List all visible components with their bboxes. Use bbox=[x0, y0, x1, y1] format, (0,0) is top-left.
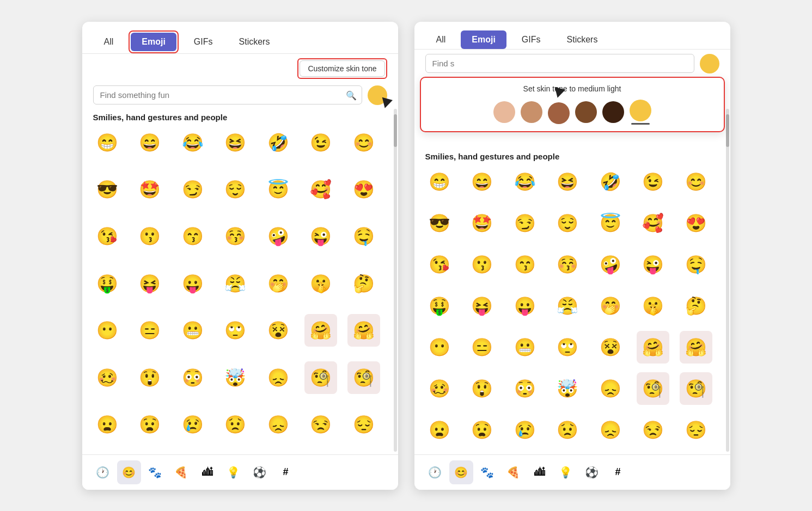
list-item[interactable]: 🤩 bbox=[466, 207, 498, 239]
right-skin-light[interactable] bbox=[493, 101, 515, 123]
list-item[interactable]: 😏 bbox=[176, 173, 209, 206]
list-item[interactable]: 😁 bbox=[91, 126, 124, 159]
list-item[interactable]: 😑 bbox=[466, 331, 498, 364]
list-item[interactable]: 😦 bbox=[423, 414, 456, 446]
list-item[interactable]: 😳 bbox=[176, 361, 209, 394]
list-item[interactable]: 😦 bbox=[91, 408, 124, 441]
list-item[interactable]: 😶 bbox=[423, 331, 456, 364]
left-tab-emoji[interactable]: Emoji bbox=[131, 33, 176, 51]
left-bottom-travel[interactable]: 🏙 bbox=[196, 460, 219, 484]
right-bottom-animals[interactable]: 🐾 bbox=[475, 460, 499, 484]
left-scrollbar-thumb[interactable] bbox=[394, 114, 397, 147]
list-item[interactable]: 😉 bbox=[637, 165, 669, 198]
list-item[interactable]: 🤔 bbox=[680, 290, 712, 322]
left-bottom-food[interactable]: 🍕 bbox=[169, 460, 193, 484]
list-item[interactable]: 😊 bbox=[347, 126, 380, 159]
list-item[interactable]: 🥰 bbox=[637, 207, 669, 239]
list-item[interactable]: 😘 bbox=[91, 220, 124, 253]
list-item[interactable]: 😲 bbox=[466, 372, 498, 405]
list-item[interactable]: 😉 bbox=[304, 126, 337, 159]
list-item[interactable]: 😲 bbox=[133, 361, 166, 394]
right-skin-dark[interactable] bbox=[602, 101, 624, 123]
list-item[interactable]: 🥴 bbox=[423, 372, 456, 405]
list-item[interactable]: 😂 bbox=[509, 165, 541, 198]
list-item[interactable]: 😎 bbox=[91, 173, 124, 206]
right-tab-all[interactable]: All bbox=[425, 30, 457, 49]
left-bottom-emoji[interactable]: 😊 bbox=[117, 460, 141, 484]
left-bottom-animals[interactable]: 🐾 bbox=[143, 460, 167, 484]
left-bottom-clock[interactable]: 🕐 bbox=[91, 460, 115, 484]
list-item[interactable]: 😝 bbox=[133, 267, 166, 300]
list-item[interactable]: 🤪 bbox=[594, 248, 627, 281]
list-item[interactable]: 😗 bbox=[466, 248, 498, 281]
right-skin-tone-btn[interactable] bbox=[700, 54, 719, 73]
list-item[interactable]: 😇 bbox=[594, 207, 627, 239]
list-item[interactable]: 😜 bbox=[304, 220, 337, 253]
list-item[interactable]: 🤫 bbox=[304, 267, 337, 300]
right-search-input[interactable] bbox=[425, 54, 694, 73]
list-item[interactable]: 🤣 bbox=[262, 126, 295, 159]
right-bottom-objects[interactable]: 💡 bbox=[554, 460, 578, 484]
list-item[interactable]: 😜 bbox=[637, 248, 669, 281]
list-item[interactable]: 😘 bbox=[423, 248, 456, 281]
list-item[interactable]: 😌 bbox=[551, 207, 584, 239]
list-item[interactable]: 😙 bbox=[176, 220, 209, 253]
list-item[interactable]: 😆 bbox=[551, 165, 584, 198]
list-item[interactable]: 🤗 bbox=[304, 314, 337, 347]
list-item[interactable]: 😒 bbox=[304, 408, 337, 441]
list-item[interactable]: 😢 bbox=[176, 408, 209, 441]
list-item[interactable]: 😶 bbox=[91, 314, 124, 347]
list-item[interactable]: 🤭 bbox=[594, 290, 627, 322]
list-item[interactable]: 😄 bbox=[133, 126, 166, 159]
list-item[interactable]: 😊 bbox=[680, 165, 712, 198]
list-item[interactable]: 🥴 bbox=[91, 361, 124, 394]
right-skin-medium-light[interactable] bbox=[521, 101, 542, 123]
list-item[interactable]: 🤔 bbox=[347, 267, 380, 300]
list-item[interactable]: 😧 bbox=[466, 414, 498, 446]
left-search-input[interactable] bbox=[93, 85, 362, 104]
list-item[interactable]: 😌 bbox=[219, 173, 252, 206]
list-item[interactable]: 😄 bbox=[466, 165, 498, 198]
list-item[interactable]: 🤩 bbox=[133, 173, 166, 206]
right-bottom-activities[interactable]: ⚽ bbox=[580, 460, 604, 484]
list-item[interactable]: 😙 bbox=[509, 248, 541, 281]
list-item[interactable]: 🙄 bbox=[551, 331, 584, 364]
list-item[interactable]: 😞 bbox=[594, 372, 627, 405]
list-item[interactable]: 😳 bbox=[509, 372, 541, 405]
list-item[interactable]: 😤 bbox=[551, 290, 584, 322]
list-item[interactable]: 😛 bbox=[509, 290, 541, 322]
right-bottom-travel[interactable]: 🏙 bbox=[528, 460, 552, 484]
list-item[interactable]: 😏 bbox=[509, 207, 541, 239]
list-item[interactable]: 😧 bbox=[133, 408, 166, 441]
list-item[interactable]: 🤤 bbox=[347, 220, 380, 253]
left-customize-btn[interactable]: Customize skin tone bbox=[300, 60, 384, 77]
right-bottom-clock[interactable]: 🕐 bbox=[423, 460, 447, 484]
list-item[interactable]: 😂 bbox=[176, 126, 209, 159]
right-scrollbar[interactable] bbox=[726, 109, 729, 452]
list-item[interactable]: 🤭 bbox=[262, 267, 295, 300]
list-item[interactable]: 😞 bbox=[262, 361, 295, 394]
list-item[interactable]: 🧐 bbox=[304, 361, 337, 394]
list-item[interactable]: 😝 bbox=[466, 290, 498, 322]
right-skin-medium-dark[interactable] bbox=[575, 101, 597, 123]
list-item[interactable]: 🤪 bbox=[262, 220, 295, 253]
list-item[interactable]: 😤 bbox=[219, 267, 252, 300]
right-tab-emoji[interactable]: Emoji bbox=[461, 30, 506, 49]
left-bottom-objects[interactable]: 💡 bbox=[222, 460, 246, 484]
list-item[interactable]: 🙄 bbox=[219, 314, 252, 347]
list-item[interactable]: 🤯 bbox=[551, 372, 584, 405]
list-item[interactable]: 😞 bbox=[262, 408, 295, 441]
list-item[interactable]: 🤑 bbox=[423, 290, 456, 322]
list-item[interactable]: 😍 bbox=[680, 207, 712, 239]
list-item[interactable]: 😔 bbox=[680, 414, 712, 446]
list-item[interactable]: 🤣 bbox=[594, 165, 627, 198]
right-bottom-symbols[interactable]: # bbox=[606, 460, 630, 484]
list-item[interactable]: 😗 bbox=[133, 220, 166, 253]
list-item[interactable]: 🤗 bbox=[347, 314, 380, 347]
list-item[interactable]: 🤫 bbox=[637, 290, 669, 322]
list-item[interactable]: 🧐 bbox=[680, 372, 712, 405]
left-tab-all[interactable]: All bbox=[93, 33, 125, 51]
list-item[interactable]: 😢 bbox=[509, 414, 541, 446]
list-item[interactable]: 😞 bbox=[594, 414, 627, 446]
list-item[interactable]: 😵 bbox=[594, 331, 627, 364]
